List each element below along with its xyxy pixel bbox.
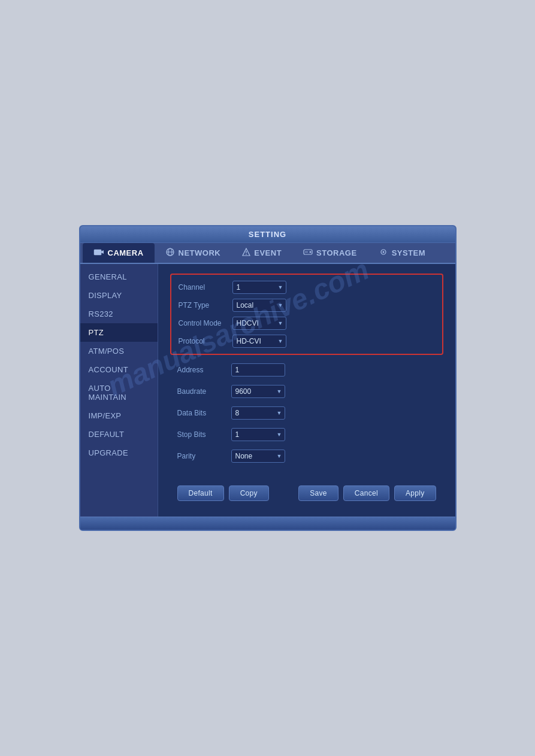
network-icon (165, 248, 175, 258)
tab-system-label: SYSTEM (392, 248, 425, 257)
sidebar-item-imp-exp[interactable]: IMP/EXP (80, 406, 158, 425)
tab-network[interactable]: NETWORK (155, 243, 232, 263)
control-mode-select[interactable]: HDCVI Serial (232, 317, 286, 330)
baudrate-select[interactable]: 9600 19200 38400 57600 115200 (231, 385, 285, 398)
ptz-type-label: PTZ Type (179, 301, 232, 309)
setting-window: SETTING CAMERA (79, 225, 457, 531)
ptz-type-select-wrapper: Local Remote (232, 299, 286, 312)
copy-button[interactable]: Copy (229, 485, 269, 501)
cancel-button[interactable]: Cancel (343, 485, 389, 501)
tab-event-label: EVENT (254, 248, 282, 257)
control-mode-label: Control Mode (179, 319, 232, 327)
page-wrapper: manualsarchive.com SETTING CAMERA (0, 0, 535, 756)
baudrate-row: Baudrate 9600 19200 38400 57600 115200 (170, 382, 443, 400)
data-bits-select[interactable]: 8 7 6 5 (231, 406, 285, 420)
highlighted-form-section: Channel 1 2 3 4 PTZ Type (170, 274, 443, 355)
baudrate-label: Baudrate (177, 387, 231, 396)
ptz-type-select[interactable]: Local Remote (232, 299, 286, 312)
channel-select[interactable]: 1 2 3 4 (232, 281, 286, 294)
svg-marker-1 (101, 250, 104, 254)
sidebar-item-default[interactable]: DEFAULT (80, 425, 158, 444)
channel-select-wrapper: 1 2 3 4 (232, 281, 286, 294)
title-bar: SETTING (80, 226, 455, 243)
protocol-label: Protocol (179, 337, 232, 345)
parity-row: Parity None Odd Even (170, 447, 443, 465)
address-input[interactable] (231, 363, 285, 377)
svg-point-9 (310, 251, 312, 253)
sidebar-item-upgrade[interactable]: UPGRADE (80, 444, 158, 462)
sidebar-item-display[interactable]: DISPLAY (80, 286, 158, 305)
tab-network-label: NETWORK (179, 248, 221, 257)
save-button[interactable]: Save (298, 485, 338, 501)
event-icon (242, 248, 250, 258)
stop-bits-row: Stop Bits 1 2 (170, 426, 443, 444)
tab-camera[interactable]: CAMERA (83, 243, 155, 263)
main-panel: Channel 1 2 3 4 PTZ Type (158, 264, 455, 517)
protocol-select[interactable]: HD-CVI PELCO-D PELCO-P (232, 335, 286, 348)
camera-icon (93, 248, 104, 258)
tab-camera-label: CAMERA (108, 248, 144, 257)
parity-select[interactable]: None Odd Even (231, 450, 285, 463)
sidebar-item-auto-maintain[interactable]: AUTO MAINTAIN (80, 379, 158, 406)
data-bits-select-wrapper: 8 7 6 5 (231, 406, 285, 420)
protocol-select-wrapper: HD-CVI PELCO-D PELCO-P (232, 335, 286, 348)
apply-button[interactable]: Apply (394, 485, 436, 501)
ptz-type-row: PTZ Type Local Remote (179, 299, 435, 312)
protocol-row: Protocol HD-CVI PELCO-D PELCO-P (179, 335, 435, 348)
sidebar: GENERAL DISPLAY RS232 PTZ ATM/POS ACCOUN… (80, 264, 158, 517)
address-label: Address (177, 366, 231, 374)
bottom-buttons: Default Copy Save Cancel Apply (170, 477, 443, 507)
stop-bits-label: Stop Bits (177, 430, 231, 439)
address-row: Address (170, 361, 443, 379)
footer-bar (80, 517, 455, 530)
sidebar-item-atm-pos[interactable]: ATM/POS (80, 342, 158, 360)
parity-select-wrapper: None Odd Even (231, 450, 285, 463)
sidebar-item-account[interactable]: ACCOUNT (80, 360, 158, 379)
data-bits-row: Data Bits 8 7 6 5 (170, 404, 443, 422)
tab-storage[interactable]: STORAGE (292, 243, 368, 263)
tab-system[interactable]: SYSTEM (368, 243, 436, 263)
btn-group-right: Save Cancel Apply (298, 485, 436, 501)
channel-row: Channel 1 2 3 4 (179, 281, 435, 294)
svg-point-12 (382, 251, 384, 253)
svg-point-7 (246, 254, 247, 255)
sidebar-item-rs232[interactable]: RS232 (80, 305, 158, 323)
content-area: GENERAL DISPLAY RS232 PTZ ATM/POS ACCOUN… (80, 264, 455, 517)
parity-label: Parity (177, 452, 231, 460)
sidebar-item-general[interactable]: GENERAL (80, 268, 158, 286)
channel-label: Channel (179, 283, 232, 292)
storage-icon (303, 248, 313, 258)
stop-bits-select[interactable]: 1 2 (231, 428, 285, 441)
stop-bits-select-wrapper: 1 2 (231, 428, 285, 441)
tab-storage-label: STORAGE (316, 248, 357, 257)
data-bits-label: Data Bits (177, 409, 231, 417)
baudrate-select-wrapper: 9600 19200 38400 57600 115200 (231, 385, 285, 398)
window-title: SETTING (249, 230, 286, 239)
sidebar-item-ptz[interactable]: PTZ (80, 323, 158, 342)
default-button[interactable]: Default (177, 485, 224, 501)
svg-rect-0 (94, 250, 101, 255)
control-mode-row: Control Mode HDCVI Serial (179, 317, 435, 330)
system-icon (379, 248, 388, 258)
btn-group-left: Default Copy (177, 485, 269, 501)
control-mode-select-wrapper: HDCVI Serial (232, 317, 286, 330)
tab-bar: CAMERA NETWORK (80, 243, 455, 264)
tab-event[interactable]: EVENT (231, 243, 292, 263)
